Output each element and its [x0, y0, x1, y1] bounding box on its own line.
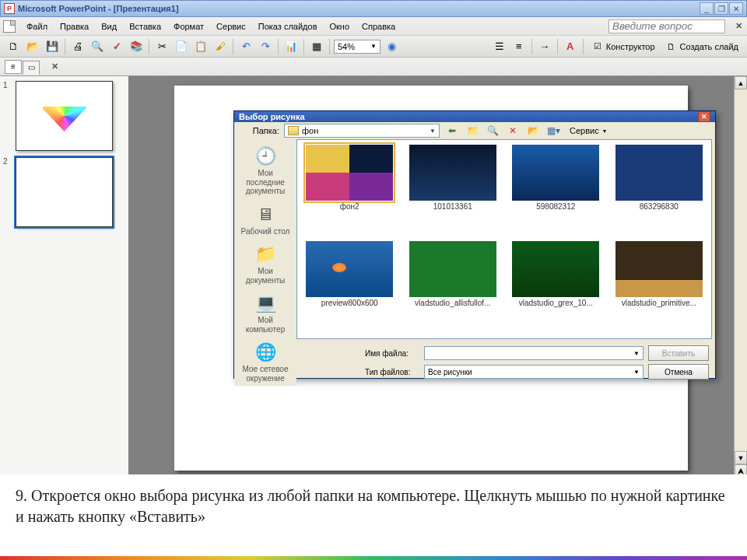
menu-edit[interactable]: Правка: [54, 20, 95, 33]
views-icon[interactable]: ▦▾: [545, 124, 561, 138]
mdi-close-button[interactable]: ✕: [733, 21, 744, 32]
document-icon[interactable]: [3, 20, 16, 33]
design-button[interactable]: ☑Конструктор: [587, 38, 659, 55]
filename-input[interactable]: ▼: [424, 346, 644, 360]
places-bar: 🕘Мои последние документы 🖥Рабочий стол 📁…: [234, 139, 296, 386]
app-title: Microsoft PowerPoint - [Презентация1]: [18, 4, 700, 13]
increase-indent-icon[interactable]: →: [536, 38, 553, 55]
numbering-icon[interactable]: ≡: [510, 38, 528, 55]
spellcheck-icon[interactable]: ✓: [108, 38, 125, 55]
new-folder-icon[interactable]: 📂: [525, 124, 541, 138]
file-item[interactable]: preview800x600: [302, 241, 398, 334]
table-icon[interactable]: ▦: [308, 38, 325, 55]
open-icon[interactable]: 📂: [24, 38, 41, 55]
thumbnail-image: [16, 81, 113, 151]
vertical-scrollbar[interactable]: ▲ ▼ ⮝ ⮟: [734, 76, 747, 491]
documents-icon: 📁: [253, 243, 278, 265]
redo-icon[interactable]: ↷: [257, 38, 274, 55]
colorfan-icon: [41, 100, 88, 131]
file-list[interactable]: фон2 101013361 598082312 863296830 previ…: [296, 139, 712, 339]
app-icon: P: [4, 3, 15, 14]
menu-file[interactable]: Файл: [20, 20, 54, 33]
print-icon[interactable]: 🖨: [69, 38, 86, 55]
recent-icon: 🕘: [253, 145, 278, 167]
scroll-up-button[interactable]: ▲: [735, 76, 747, 89]
thumbnail-image: [16, 157, 113, 227]
slide-number: 1: [3, 81, 12, 151]
select-picture-dialog: Выбор рисунка ✕ Папка: фон ▼ ⬅ 📁 🔍 ✕ 📂 ▦…: [233, 110, 716, 379]
place-computer[interactable]: 💻Мой компьютер: [237, 289, 293, 337]
folder-combo[interactable]: фон ▼: [284, 124, 440, 138]
menu-tools[interactable]: Сервис: [210, 20, 252, 33]
scroll-down-button[interactable]: ▼: [735, 451, 747, 464]
research-icon[interactable]: 📚: [128, 38, 145, 55]
font-color-icon[interactable]: A: [562, 38, 579, 55]
menu-window[interactable]: Окно: [324, 20, 356, 33]
file-item[interactable]: vladstudio_primitive...: [612, 241, 707, 334]
menu-bar: Файл Правка Вид Вставка Формат Сервис По…: [0, 17, 747, 36]
save-icon[interactable]: 💾: [44, 38, 61, 55]
close-button[interactable]: ✕: [729, 2, 743, 15]
folder-label: Папка:: [240, 126, 279, 135]
menu-format[interactable]: Формат: [167, 20, 210, 33]
dialog-title: Выбор рисунка: [239, 112, 698, 121]
format-painter-icon[interactable]: 🖌: [212, 38, 229, 55]
search-icon[interactable]: 🔍: [485, 124, 500, 138]
filetype-combo[interactable]: Все рисунки▼: [424, 365, 644, 379]
slide-thumbnail[interactable]: 1: [3, 81, 125, 151]
file-item[interactable]: vladstudio_grex_10...: [508, 241, 604, 334]
new-slide-button[interactable]: 🗋Создать слайд: [661, 38, 742, 55]
tools-dropdown[interactable]: Сервис▾: [566, 122, 610, 139]
help-icon[interactable]: ◉: [383, 38, 400, 55]
network-icon: 🌐: [253, 341, 278, 363]
panel-close-button[interactable]: ✕: [49, 61, 60, 72]
cancel-button[interactable]: Отмена: [648, 364, 709, 380]
bullets-icon[interactable]: ☰: [491, 38, 508, 55]
minimize-button[interactable]: _: [700, 2, 714, 15]
dialog-toolbar: Папка: фон ▼ ⬅ 📁 🔍 ✕ 📂 ▦▾ Сервис▾: [234, 122, 715, 139]
place-recent[interactable]: 🕘Мои последние документы: [237, 142, 293, 199]
new-slide-icon: 🗋: [665, 40, 678, 53]
menu-view[interactable]: Вид: [95, 20, 123, 33]
place-documents[interactable]: 📁Мои документы: [237, 240, 293, 288]
slide-panel: 1 2: [0, 76, 128, 491]
help-search-input[interactable]: [608, 19, 725, 33]
place-network[interactable]: 🌐Мое сетевое окружение: [237, 338, 293, 386]
place-desktop[interactable]: 🖥Рабочий стол: [237, 201, 293, 240]
slides-tab[interactable]: ▭: [23, 61, 40, 75]
desktop-icon: 🖥: [253, 204, 278, 226]
dialog-titlebar[interactable]: Выбор рисунка ✕: [234, 111, 715, 122]
filetype-label: Тип файлов:: [365, 368, 419, 376]
insert-button[interactable]: Вставить: [648, 345, 709, 361]
menu-slideshow[interactable]: Показ слайдов: [252, 20, 324, 33]
filename-label: Имя файла:: [365, 349, 419, 358]
file-item[interactable]: фон2: [302, 145, 398, 238]
zoom-combo[interactable]: 54%▼: [334, 40, 381, 54]
back-icon[interactable]: ⬅: [444, 124, 460, 138]
menu-help[interactable]: Справка: [356, 20, 402, 33]
restore-button[interactable]: ❐: [714, 2, 728, 15]
cut-icon[interactable]: ✂: [153, 38, 170, 55]
instruction-caption: 9. Откроется окно выбора рисунка из любо…: [0, 474, 747, 560]
menu-insert[interactable]: Вставка: [123, 20, 167, 33]
slide-thumbnail[interactable]: 2: [3, 157, 125, 227]
paste-icon[interactable]: 📋: [192, 38, 209, 55]
computer-icon: 💻: [253, 292, 278, 314]
rainbow-divider: [0, 556, 747, 560]
dialog-close-button[interactable]: ✕: [698, 111, 710, 122]
file-item[interactable]: 101013361: [405, 145, 501, 238]
outline-tab[interactable]: ≡: [5, 60, 22, 74]
new-icon[interactable]: 🗋: [5, 38, 22, 55]
preview-icon[interactable]: 🔍: [89, 38, 106, 55]
up-icon[interactable]: 📁: [465, 124, 480, 138]
copy-icon[interactable]: 📄: [173, 38, 190, 55]
chart-icon[interactable]: 📊: [282, 38, 300, 55]
file-item[interactable]: vladstudio_allisfullof...: [405, 241, 501, 334]
delete-icon[interactable]: ✕: [505, 124, 521, 138]
file-item[interactable]: 863296830: [612, 145, 707, 238]
undo-icon[interactable]: ↶: [237, 38, 254, 55]
file-item[interactable]: 598082312: [508, 145, 604, 238]
design-icon: ☑: [591, 40, 604, 53]
outline-tab-strip: ≡ ▭ ✕: [0, 58, 747, 76]
title-bar: P Microsoft PowerPoint - [Презентация1] …: [0, 0, 747, 17]
